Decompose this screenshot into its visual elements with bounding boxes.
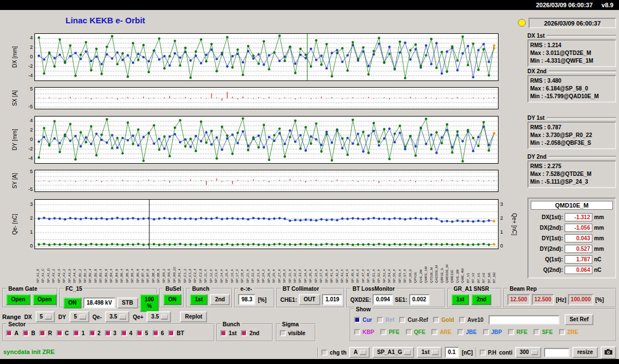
show-gold-checkbox[interactable]: Gold	[433, 317, 454, 323]
set-ref-button[interactable]: Set Ref	[565, 314, 593, 325]
show-pfe-checkbox[interactable]: PFE	[380, 329, 399, 335]
che1-out-button[interactable]: OUT	[299, 294, 320, 305]
aux-input[interactable]	[544, 348, 570, 357]
range-dy-select[interactable]: 5	[69, 311, 89, 322]
threshold-group-select[interactable]: A	[349, 347, 370, 358]
sector-checkbox-bt[interactable]: BT	[168, 330, 184, 336]
ee-ratio-group: e-:e- 98.3 [%]	[234, 288, 275, 308]
show-jbe-checkbox[interactable]: JBE	[457, 329, 476, 335]
beam-gate-open1-button[interactable]: Open	[6, 294, 31, 305]
sigma-visible-checkbox[interactable]: visible	[280, 330, 305, 336]
y-tick-label: 2	[500, 215, 514, 221]
x-tick-label: SP_54_4	[387, 251, 391, 283]
show-kbp-checkbox[interactable]: KBP	[354, 329, 374, 335]
gr-a1-2nd-button[interactable]: 2nd	[471, 294, 491, 305]
separator	[476, 347, 477, 357]
x-tick-label: SP_B7_4	[141, 251, 145, 283]
bunch-checkbox-1st[interactable]: 1st	[220, 330, 236, 336]
monitor-label: DY(1st):	[531, 235, 563, 241]
sector-checkbox-2[interactable]: 2	[89, 330, 101, 336]
show-jbp-checkbox[interactable]: JBP	[483, 329, 502, 335]
x-tick-label: SP_57_4	[403, 251, 407, 283]
sector-checkbox-c[interactable]: C	[57, 330, 69, 336]
range-qe-plus-select[interactable]: 3.5	[147, 311, 171, 322]
stat-rms: RMS : 2.275	[530, 163, 613, 170]
bunch-2nd-button[interactable]: 2nd	[210, 294, 230, 305]
stat-dy-2nd: DY 2nd RMS : 2.275 Max : 7.528@QTD2E_M M…	[527, 153, 616, 188]
checkbox-square	[57, 330, 63, 336]
dropdown-indicator-icon	[79, 315, 86, 319]
show-ave10-checkbox[interactable]: Ave10	[459, 317, 484, 323]
show-are-checkbox[interactable]: ARE	[431, 329, 451, 335]
range-dx-select[interactable]: 5	[36, 311, 56, 322]
rep-select[interactable]: 300	[515, 347, 541, 358]
x-tick-label: SP_26_4	[272, 251, 276, 283]
sector-checkbox-5[interactable]: 5	[137, 330, 148, 336]
sector-checkbox-6[interactable]: 6	[153, 330, 164, 336]
x-tick-label: SP_24_3	[261, 251, 265, 283]
show-title: Show	[354, 306, 373, 313]
ee-ratio-display: 98.3	[238, 294, 255, 305]
y-tick-label: -2	[19, 63, 33, 69]
replot-button[interactable]: Replot	[180, 311, 207, 322]
y-tick-label: -4	[19, 155, 33, 161]
monitor-row: DX(1st): -1.312 mm	[531, 212, 613, 223]
fc15-group: FC_15 ON 18.498 kV STB 100 %	[59, 288, 158, 308]
range-qe-minus-select[interactable]: 3.5	[105, 311, 129, 322]
show-sfe-checkbox[interactable]: SFE	[534, 329, 552, 335]
timestamp-box: 2026/03/09 06:00:37	[529, 18, 616, 28]
monitor-row: DY(1st): 0.043 mm	[531, 233, 613, 244]
beam-gate-open2-button[interactable]: Open	[33, 294, 57, 305]
x-tick-label: SP_B7_8	[146, 251, 150, 283]
x-tick-label: QPX1E	[414, 251, 417, 283]
x-tick-label: SP_22_4	[251, 251, 255, 283]
bunch-1st-button[interactable]: 1st	[190, 294, 208, 305]
chg-th-checkbox[interactable]: chg th	[321, 350, 346, 356]
bunch-checkbox-2nd[interactable]: 2nd	[241, 330, 259, 336]
snapshot-button[interactable]	[601, 346, 616, 359]
sector-checkbox-r[interactable]: R	[39, 330, 52, 336]
ph-checkbox[interactable]: P.H	[480, 350, 496, 356]
conti-label[interactable]: conti	[499, 350, 512, 356]
fc15-duty-button[interactable]: 100 %	[140, 294, 159, 312]
show-cur-checkbox[interactable]: Cur	[354, 317, 372, 323]
show-ref-checkbox[interactable]: Ref	[377, 317, 394, 323]
show-zre-checkbox[interactable]: ZRE	[559, 329, 578, 335]
x-tick-label: SP_42_4	[335, 251, 339, 283]
show-qfe-checkbox[interactable]: QFE	[406, 329, 426, 335]
stat-rms: RMS : 3.480	[530, 77, 613, 85]
qxd2e-label: QXD2E:	[350, 297, 371, 303]
sector-checkbox-a[interactable]: A	[6, 330, 18, 336]
y-tick-label: -5	[19, 104, 33, 109]
monitor-name-select[interactable]: SP_A1_G	[373, 347, 414, 358]
monitor-label: Q(2nd):	[531, 267, 563, 273]
x-tick-label: SP_B4_8	[115, 251, 119, 283]
x-tick-label: SP_C1_2	[183, 251, 187, 283]
bunch-select[interactable]: 1st	[417, 347, 441, 358]
x-tick-label: SP_B2_8	[94, 251, 98, 283]
show-rfe-checkbox[interactable]: RFE	[508, 329, 527, 335]
x-tick-label: BT_H2	[482, 251, 486, 283]
sector-checkbox-4[interactable]: 4	[121, 330, 133, 336]
checkbox-square	[480, 350, 486, 356]
busel-on-button[interactable]: ON	[163, 294, 182, 305]
sector-checkbox-3[interactable]: 3	[105, 330, 117, 336]
y-tick-label: 0	[19, 243, 33, 249]
x-tick-label: SP_B6_8	[136, 251, 140, 283]
fc15-on-button[interactable]: ON	[63, 297, 82, 309]
beam-rep-hz-unit: [Hz]	[556, 297, 566, 303]
x-tick-label: SP_27_4	[278, 251, 281, 283]
fc15-stb-button[interactable]: STB	[117, 297, 138, 309]
resize-button[interactable]: resize	[572, 347, 598, 358]
beam-rep-value-1: 12.500	[507, 294, 530, 305]
show-cur-ref-checkbox[interactable]: Cur-Ref	[399, 317, 428, 323]
gr-a1-1st-button[interactable]: 1st	[451, 294, 469, 305]
ref-file-input[interactable]	[489, 315, 560, 325]
x-tick-label: SP_16_4	[230, 251, 234, 283]
top-datetime: 2026/03/09 06:00:37	[536, 2, 592, 8]
x-tick-label: BT_H1	[477, 251, 481, 283]
y-tick-label: 3	[500, 201, 514, 207]
che1-value-display: 1.019	[322, 294, 343, 305]
beam-rep-group: Beam Rep 12.500 12.500 [Hz] 100.000 [%]	[504, 288, 617, 308]
sector-checkbox-b[interactable]: B	[23, 330, 35, 336]
